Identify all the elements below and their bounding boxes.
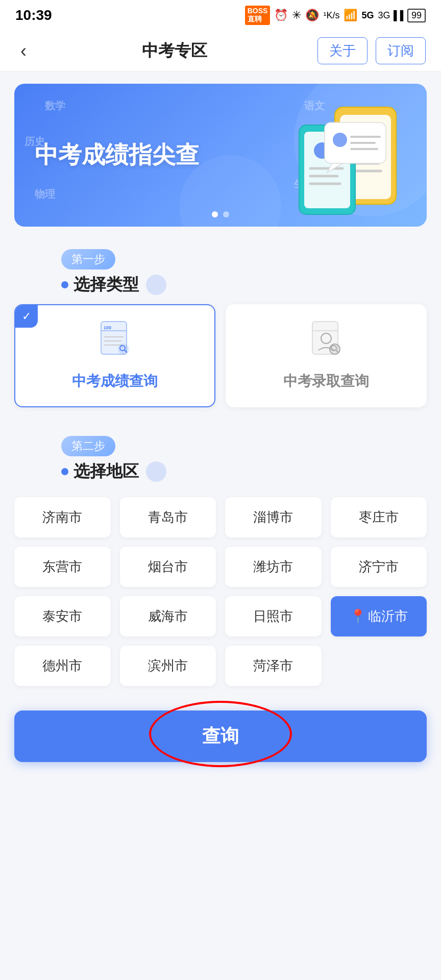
page-title: 中考专区 — [142, 40, 207, 62]
score-card-icon: 100 — [97, 321, 133, 363]
region-btn-枣庄市[interactable]: 枣庄市 — [331, 497, 427, 537]
nav-action-buttons: 关于 订阅 — [317, 37, 426, 64]
banner-section: 数学 语文 历史 物理 英语 生物 中考成绩指尖查 — [0, 71, 441, 233]
region-btn-菏泽市[interactable]: 菏泽市 — [225, 646, 322, 686]
step2-deco — [146, 461, 166, 482]
region-btn-临沂市[interactable]: 📍临沂市 — [331, 596, 427, 636]
boss-icon: BOSS直聘 — [245, 6, 271, 25]
region-btn-青岛市[interactable]: 青岛市 — [120, 497, 216, 537]
selected-check-icon: ✓ — [15, 305, 38, 328]
banner-dots — [212, 211, 229, 217]
score-card-label: 中考成绩查询 — [72, 372, 158, 391]
type-card-score[interactable]: ✓ 100 中考成绩查询 — [14, 304, 215, 407]
step1-badge: 第一步 — [61, 249, 115, 270]
back-button[interactable]: ‹ — [15, 35, 32, 67]
location-pin-icon: 📍 — [350, 608, 366, 624]
region-btn-日照市[interactable]: 日照市 — [225, 596, 322, 636]
subject-tag-physics: 物理 — [35, 187, 55, 201]
region-btn-济宁市[interactable]: 济宁市 — [331, 547, 427, 587]
subject-tag-math: 数学 — [45, 99, 65, 113]
step1-header: 第一步 选择类型 — [0, 233, 441, 304]
region-btn-淄博市[interactable]: 淄博市 — [225, 497, 322, 537]
region-btn-潍坊市[interactable]: 潍坊市 — [225, 547, 322, 587]
banner-text: 中考成绩指尖查 — [35, 139, 199, 171]
region-btn-德州市[interactable]: 德州市 — [14, 646, 111, 686]
type-cards: ✓ 100 中考成绩查询 — [0, 304, 441, 420]
banner-phone-illustration — [294, 97, 406, 222]
speed-icon: ¹K/s — [323, 10, 339, 21]
banner-dot-1 — [212, 211, 218, 217]
battery-icon: 99 — [407, 9, 426, 22]
about-button[interactable]: 关于 — [317, 37, 368, 64]
step2-header: 第二步 选择地区 — [0, 420, 441, 491]
alarm-icon: ⏰ — [274, 9, 288, 22]
banner-dot-2 — [223, 211, 229, 217]
svg-text:100: 100 — [104, 325, 111, 330]
subscribe-button[interactable]: 订阅 — [376, 37, 426, 64]
step2-label: 选择地区 — [74, 460, 139, 483]
region-btn-烟台市[interactable]: 烟台市 — [120, 547, 216, 587]
banner[interactable]: 数学 语文 历史 物理 英语 生物 中考成绩指尖查 — [14, 84, 427, 227]
region-btn-东营市[interactable]: 东营市 — [14, 547, 111, 587]
bluetooth-icon: ✳ — [292, 9, 301, 22]
status-bar: 10:39 BOSS直聘 ⏰ ✳ 🔕 ¹K/s 📶 5G 3G▐▐ 99 — [0, 0, 441, 31]
signal-3g-icon: 3G▐▐ — [378, 10, 403, 21]
banner-title: 中考成绩指尖查 — [35, 139, 199, 171]
status-time: 10:39 — [15, 7, 52, 23]
svg-point-14 — [333, 133, 347, 147]
wifi-icon: 📶 — [344, 9, 357, 22]
region-btn-滨州市[interactable]: 滨州市 — [120, 646, 216, 686]
type-card-admission[interactable]: 中考录取查询 — [226, 304, 427, 407]
step2-badge: 第二步 — [61, 436, 115, 456]
step1-deco — [146, 275, 166, 295]
step2-dot — [61, 468, 68, 475]
nav-bar: ‹ 中考专区 关于 订阅 — [0, 31, 441, 71]
step1-label: 选择类型 — [74, 274, 139, 296]
signal-5g-icon: 5G — [361, 10, 374, 21]
admission-card-label: 中考录取查询 — [283, 372, 369, 391]
status-icons: BOSS直聘 ⏰ ✳ 🔕 ¹K/s 📶 5G 3G▐▐ 99 — [245, 6, 426, 25]
region-btn-威海市[interactable]: 威海市 — [120, 596, 216, 636]
region-btn-济南市[interactable]: 济南市 — [14, 497, 111, 537]
step1-dot — [61, 281, 68, 288]
region-grid: 济南市青岛市淄博市枣庄市东营市烟台市潍坊市济宁市泰安市威海市日照市📍临沂市德州市… — [0, 491, 441, 702]
admission-card-icon — [308, 321, 344, 363]
mute-icon: 🔕 — [305, 9, 319, 22]
region-btn-泰安市[interactable]: 泰安市 — [14, 596, 111, 636]
bottom-btn-area: 查询 — [0, 702, 441, 776]
query-button[interactable]: 查询 — [14, 710, 427, 762]
